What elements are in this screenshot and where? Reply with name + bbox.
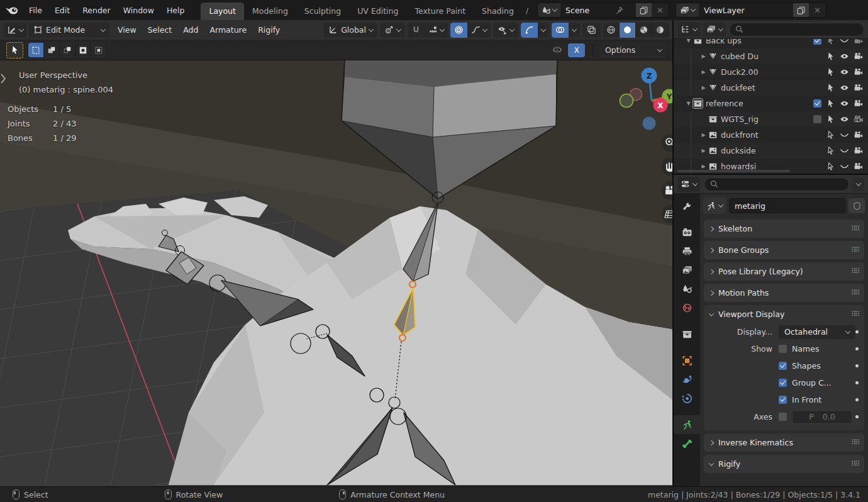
disclosure-triangle-icon[interactable]: ▶ [699,69,708,75]
snap-settings-dropdown[interactable] [425,23,448,38]
panel-drag-icon[interactable]: ⠿⠿ [851,438,859,447]
eye-open-icon[interactable] [840,114,849,124]
tab-texture-paint[interactable]: Texture Paint [406,3,474,20]
tab-modeling[interactable]: Modeling [244,3,296,20]
panel-drag-icon[interactable]: ⠿⠿ [851,310,859,318]
checkbox-in-front[interactable] [779,396,787,404]
checkbox-group-c-[interactable] [779,379,787,387]
overlays-toggle[interactable] [552,23,569,38]
camera-render-icon[interactable] [854,162,863,171]
menu-window[interactable]: Window [117,3,160,18]
mode-dropdown[interactable]: Edit Mode [29,23,109,38]
viewport-3d[interactable]: Z Y X [0,60,672,486]
eye-closed-icon[interactable] [840,130,849,140]
tab-layout[interactable]: Layout [201,3,244,20]
tab-uv-editing[interactable]: UV Editing [349,3,406,20]
animate-dot[interactable] [855,415,859,418]
disclosure-triangle-icon[interactable]: ▼ [684,39,693,43]
viewport-menu-add[interactable]: Add [177,23,204,37]
outliner-row-duckside[interactable]: ▶duckside [674,143,868,159]
tab-sculpting[interactable]: Sculpting [296,3,349,20]
eye-open-icon[interactable] [840,99,849,108]
display-as-dropdown[interactable]: Octahedral [779,325,855,339]
shading-material-button[interactable] [636,23,652,38]
outliner-row-reference[interactable]: ▼reference [674,96,868,111]
selectable-icon[interactable] [826,52,835,61]
options-dropdown[interactable]: Options [601,43,666,58]
viewlayer-browse-button[interactable] [676,3,699,17]
camera-render-icon[interactable] [854,67,863,77]
disclosure-triangle-icon[interactable]: ▶ [699,148,708,153]
disclosure-triangle-icon[interactable]: ▶ [699,85,708,91]
panel-header[interactable]: Skeleton ⠿⠿ [704,220,864,238]
select-subtract-button[interactable] [60,43,75,57]
panel-header[interactable]: Inverse Kinematics ⠿⠿ [704,433,864,452]
horizontal-scrollbar[interactable] [677,170,790,172]
visibility-dropdown[interactable] [493,23,518,38]
selectable-icon[interactable] [826,146,835,155]
properties-tab-physics[interactable] [674,370,700,389]
panel-header[interactable]: Bone Groups ⠿⠿ [704,241,864,259]
eye-closed-icon[interactable] [840,39,849,45]
scene-name-field[interactable]: Scene [560,3,636,17]
camera-render-icon[interactable] [854,99,863,108]
properties-tab-tool[interactable] [674,196,700,215]
viewport-menu-rigify[interactable]: Rigify [252,23,286,37]
collection-exclude-checkbox[interactable] [813,115,821,123]
shading-rendered-button[interactable] [652,23,669,38]
armature-browse-button[interactable] [703,198,726,214]
axes-checkbox[interactable] [779,413,787,421]
tab-shading[interactable]: Shading [474,3,522,20]
viewlayer-name-field[interactable]: ViewLayer [699,3,793,17]
outliner-row-duckfront[interactable]: ▶duckfront [674,127,868,143]
xray-toggle[interactable] [582,23,601,38]
properties-tab-layers[interactable] [674,260,700,279]
panel-header[interactable]: Pose Library (Legacy) ⠿⠿ [704,262,864,281]
gizmos-dropdown[interactable] [538,23,549,38]
animate-dot[interactable] [855,364,859,367]
outliner-filter-button[interactable] [703,23,726,36]
properties-tab-constraint[interactable] [674,389,700,408]
outliner-row-duck2.00[interactable]: ▶Duck2.00 [674,64,868,80]
properties-options-button[interactable] [853,177,864,191]
scene-canvas[interactable]: Z Y X [0,60,672,485]
panel-drag-icon[interactable]: ⠿⠿ [851,225,859,233]
panel-drag-icon[interactable]: ⠿⠿ [851,460,859,468]
selectable-icon[interactable] [826,114,835,124]
selectable-icon[interactable] [826,67,835,77]
proportional-falloff-dropdown[interactable] [467,23,491,38]
outliner-search-input[interactable] [729,23,864,36]
viewport-menu-view[interactable]: View [112,23,142,37]
panel-header[interactable]: Motion Paths ⠿⠿ [704,284,864,302]
camera-render-icon[interactable] [854,83,863,92]
menu-help[interactable]: Help [160,3,191,18]
eye-closed-icon[interactable] [840,162,849,171]
editor-type-button[interactable] [4,23,26,38]
properties-tab-bone[interactable] [674,434,700,453]
outliner-display-mode-button[interactable] [677,23,700,36]
scene-unlink-button[interactable]: ✕ [652,6,669,15]
scene-new-button[interactable] [636,3,652,17]
blender-logo-icon[interactable] [4,3,20,17]
panel-drag-icon[interactable]: ⠿⠿ [851,267,859,276]
eye-open-icon[interactable] [840,83,849,92]
properties-tab-output[interactable] [674,242,700,260]
eye-open-icon[interactable] [840,67,849,77]
panel-header[interactable]: Rigify ⠿⠿ [704,455,864,473]
outliner-row-back-ups[interactable]: ▼Back ups [674,39,868,48]
collection-exclude-checkbox[interactable] [813,99,821,108]
viewport-menu-select[interactable]: Select [142,23,178,37]
armature-name-field[interactable]: metarig [729,198,845,213]
camera-render-icon[interactable] [854,146,863,155]
properties-tab-scene[interactable] [674,279,700,298]
outliner-row-wgts_rig[interactable]: WGTS_rig [674,111,868,127]
camera-render-icon[interactable] [854,52,863,61]
axis-neg-x[interactable] [620,94,633,108]
camera-render-icon[interactable] [854,130,863,140]
panel-drag-icon[interactable]: ⠿⠿ [851,289,859,297]
snap-toggle[interactable] [408,23,425,38]
properties-tab-world[interactable] [674,298,700,317]
camera-render-icon[interactable] [854,39,863,45]
outliner-row-cubed-du[interactable]: ▶cubed Du [674,48,868,64]
select-invert-button[interactable] [75,43,91,57]
